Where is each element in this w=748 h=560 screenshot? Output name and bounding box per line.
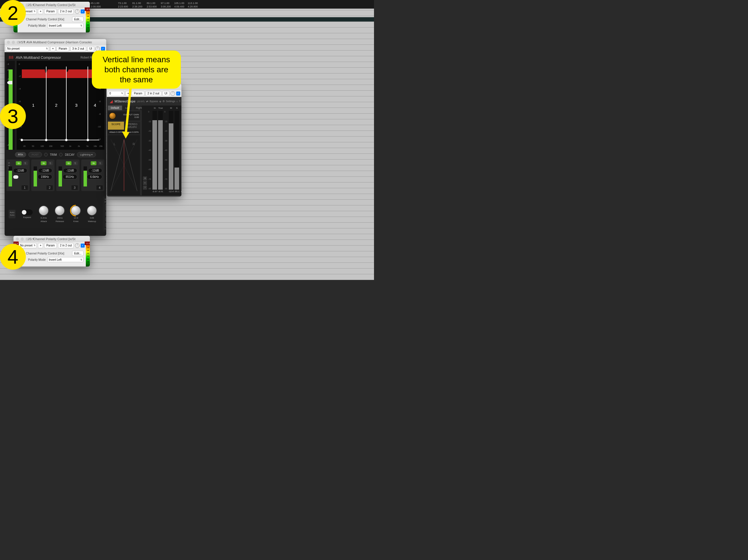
routing-button[interactable]: 2 in 2 out bbox=[58, 9, 74, 14]
sidechain-panel: Sidechain Input Ext. Key EQ S ⟲ bbox=[103, 196, 106, 232]
band-freq-value[interactable]: 6.6kHz bbox=[87, 174, 102, 179]
trim-toggle[interactable] bbox=[44, 153, 48, 156]
wet-knob-icon[interactable] bbox=[170, 91, 175, 96]
threshold-handle[interactable] bbox=[7, 81, 12, 84]
band-in-button[interactable]: In bbox=[91, 161, 96, 165]
preset-select[interactable]: No preset⇅ bbox=[6, 46, 49, 51]
sc-link-icon[interactable]: ⟲ bbox=[105, 223, 106, 227]
minimize-icon[interactable] bbox=[21, 238, 24, 241]
bypass-check[interactable]: ✓ bbox=[81, 244, 85, 248]
knee-knob[interactable] bbox=[71, 205, 81, 216]
ui-button[interactable]: UI bbox=[162, 91, 169, 96]
polarity-mode-select[interactable]: Invert Left⇅ bbox=[47, 257, 84, 262]
annotation-marker-4: 4 bbox=[0, 244, 26, 270]
titlebar[interactable]: JS: Channel Polarity Control [ix/StereoP… bbox=[14, 236, 90, 242]
ruler-tick: 73.1.00 bbox=[118, 2, 126, 5]
ruler-tick: 89.1.00 bbox=[147, 2, 155, 5]
edit-button[interactable]: Edit... bbox=[72, 17, 84, 22]
annotation-marker-3: 3 bbox=[0, 103, 26, 129]
ruler-tick: 81.1.00 bbox=[132, 2, 141, 5]
band-in-button[interactable]: In bbox=[16, 161, 22, 165]
makeup-label: Makeup bbox=[88, 220, 96, 223]
band-freq-value[interactable]: 196Hz bbox=[38, 174, 52, 179]
version-label: (12.07) bbox=[137, 100, 144, 103]
minimize-icon[interactable] bbox=[12, 41, 15, 44]
param-button[interactable]: Param bbox=[44, 243, 56, 248]
edit-button[interactable]: Edit... bbox=[72, 251, 84, 256]
svg-text:5k: 5k bbox=[86, 145, 89, 147]
band-number: 1 bbox=[22, 185, 28, 190]
fx-header: 0⇅ + Param 2 in 2 out UI ✓ bbox=[107, 90, 181, 97]
band-solo-button[interactable]: S bbox=[48, 161, 53, 165]
stereo-scope[interactable]: L R bbox=[108, 135, 140, 195]
band-number: 3 bbox=[71, 185, 78, 190]
fx-header: No preset⇅ + Param 2 in 2 out ✓ bbox=[18, 8, 86, 15]
expand-toggle[interactable] bbox=[21, 210, 33, 215]
swap-icon[interactable]: ⇄ bbox=[146, 100, 148, 103]
release-knob[interactable] bbox=[54, 205, 65, 216]
wet-knob-icon[interactable] bbox=[75, 9, 79, 14]
decay-toggle[interactable] bbox=[59, 153, 63, 156]
band-solo-button[interactable]: S bbox=[73, 161, 78, 165]
titlebar[interactable]: VST: AVA Multiband Compressor (Harrison … bbox=[5, 39, 106, 45]
sc-eq-button[interactable]: EQ bbox=[105, 212, 106, 216]
sidechain-label: Sidechain Input bbox=[104, 198, 106, 203]
svg-line-37 bbox=[124, 140, 137, 191]
output-meter: -9.3 -18-30-42 -54-66-78 bbox=[86, 8, 90, 32]
tab-default[interactable]: Default bbox=[108, 105, 122, 110]
add-preset-button[interactable]: + bbox=[50, 46, 55, 51]
bypass-check[interactable]: ✓ bbox=[81, 9, 85, 14]
auto-solo-button[interactable]: AutoSolo bbox=[8, 210, 16, 218]
help-icon[interactable]: ? bbox=[179, 100, 181, 103]
attack-knob[interactable] bbox=[39, 205, 49, 216]
trim-label: TRIM bbox=[50, 153, 57, 156]
band-in-button[interactable]: In bbox=[66, 161, 71, 165]
svg-text:1: 1 bbox=[32, 103, 34, 107]
titlebar[interactable]: JS: Channel Polarity Control [ix/StereoP… bbox=[14, 2, 90, 8]
pause-icon[interactable]: ⏸ bbox=[143, 176, 147, 180]
post-button[interactable]: POST bbox=[28, 152, 42, 157]
settings-button[interactable]: Settings bbox=[166, 100, 176, 103]
param-button[interactable]: Param bbox=[44, 9, 56, 14]
bypass-check[interactable]: ✓ bbox=[176, 92, 180, 96]
rta-button[interactable]: RTA bbox=[15, 152, 26, 157]
ui-button[interactable]: UI bbox=[87, 46, 94, 51]
band-gain-value: -12dB bbox=[13, 168, 27, 173]
ext-key-button[interactable]: Ext. Key bbox=[105, 204, 106, 211]
band-freq-value[interactable]: 851Hz bbox=[63, 174, 77, 179]
bypass-check[interactable]: ✓ bbox=[101, 47, 105, 51]
routing-button[interactable]: 2 in 2 out bbox=[58, 243, 74, 248]
knee-label: Knee bbox=[73, 220, 79, 223]
menu-icon[interactable]: ≡ bbox=[143, 181, 147, 185]
settings-icon[interactable]: ⚙ bbox=[162, 100, 165, 103]
makeup-knob[interactable] bbox=[87, 205, 97, 216]
sc-solo-button[interactable]: S bbox=[105, 217, 106, 221]
svg-point-21 bbox=[87, 139, 89, 141]
decay-speed-select[interactable]: Lightning ▾ bbox=[77, 152, 96, 157]
close-icon[interactable] bbox=[16, 238, 19, 241]
svg-text:-10: -10 bbox=[97, 125, 101, 128]
sc-slider[interactable] bbox=[104, 229, 106, 229]
release-value: 20ms bbox=[57, 217, 63, 219]
band-solo-button[interactable]: S bbox=[23, 161, 28, 165]
close-icon[interactable] bbox=[7, 41, 10, 44]
bypass-button[interactable]: Bypass bbox=[149, 100, 158, 103]
wet-knob-icon[interactable] bbox=[75, 243, 79, 248]
melda-logo-icon: ◢ bbox=[110, 99, 113, 103]
add-preset-button[interactable]: + bbox=[38, 243, 43, 248]
routing-button[interactable]: 2 in 2 out bbox=[145, 91, 161, 96]
compressor-graph[interactable]: 0 -2 -4 -6 -8 -10 -12 0 -2 -4 -6 -8 -10 … bbox=[17, 61, 104, 150]
param-button[interactable]: Param bbox=[56, 46, 69, 51]
pin-icon[interactable]: ⬙ bbox=[159, 100, 161, 103]
routing-button[interactable]: 3 in 2 out bbox=[70, 46, 86, 51]
polarity-mode-select[interactable]: Invert Left⇅ bbox=[47, 23, 84, 28]
band-solo-button[interactable]: S bbox=[98, 161, 103, 165]
band-controls: 15105 In S -12dB 1 In S -12dB 196Hz bbox=[6, 160, 104, 191]
band-in-button[interactable]: In bbox=[41, 161, 47, 165]
help-icon[interactable]: ? bbox=[143, 186, 147, 190]
add-preset-button[interactable]: + bbox=[38, 9, 43, 14]
home-icon[interactable]: ⌂ bbox=[176, 100, 178, 103]
output-gain-knob[interactable] bbox=[109, 113, 116, 119]
svg-text:2: 2 bbox=[55, 103, 57, 107]
band-number: 4 bbox=[96, 185, 103, 190]
